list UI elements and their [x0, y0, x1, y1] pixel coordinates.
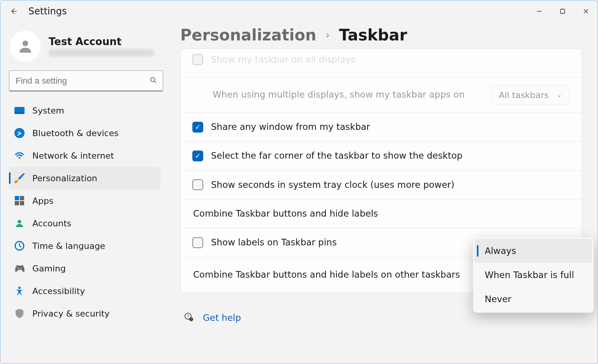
sidebar-item-label: Network & internet	[32, 151, 114, 161]
svg-text:?: ?	[190, 318, 192, 321]
svg-line-4	[155, 81, 156, 83]
svg-text:?: ?	[187, 314, 189, 319]
sidebar-item-label: Bluetooth & devices	[32, 128, 119, 138]
sidebar-item-label: Privacy & security	[32, 309, 110, 318]
popover-option-never[interactable]: Never	[475, 287, 592, 311]
sidebar-item-label: Gaming	[32, 264, 66, 273]
search-wrap	[9, 70, 163, 91]
account-name: Test Account	[49, 36, 154, 47]
sidebar-item-label: Time & language	[32, 241, 105, 251]
settings-window: Settings Test Account	[0, 0, 598, 364]
combine-dropdown-popover: Always When Taskbar is full Never	[473, 237, 594, 313]
account-email	[49, 49, 154, 57]
checkbox-checked[interactable]: ✓	[192, 150, 203, 161]
row-label: Share any window from my taskbar	[211, 121, 569, 133]
row-label: Select the far corner of the taskbar to …	[211, 149, 569, 162]
help-icon: ??	[184, 312, 193, 324]
popover-option-when-full[interactable]: When Taskbar is full	[475, 263, 592, 287]
row-label: Combine Taskbar buttons and hide labels …	[193, 268, 484, 281]
avatar	[10, 31, 41, 62]
row-label: Show seconds in system tray clock (uses …	[211, 178, 569, 191]
search-icon	[150, 77, 157, 85]
sidebar: Test Account System ≯ Bluetooth & device…	[0, 22, 168, 364]
row-share-window[interactable]: ✓ Share any window from my taskbar	[181, 112, 582, 141]
svg-point-6	[18, 220, 21, 224]
row-label: Combine Taskbar buttons and hide labels	[193, 207, 569, 220]
system-icon	[14, 105, 25, 116]
sidebar-item-system[interactable]: System	[9, 99, 161, 122]
row-far-corner[interactable]: ✓ Select the far corner of the taskbar t…	[181, 141, 582, 170]
account-block[interactable]: Test Account	[9, 31, 163, 70]
titlebar: Settings	[0, 0, 598, 22]
accessibility-icon	[14, 285, 25, 297]
row-combine-buttons: Combine Taskbar buttons and hide labels	[181, 199, 582, 228]
person-icon	[14, 217, 25, 229]
sidebar-item-personalization[interactable]: 🖌️ Personalization	[9, 167, 161, 189]
checkbox-unchecked[interactable]	[192, 179, 203, 190]
maximize-button[interactable]	[551, 4, 574, 19]
close-button[interactable]	[574, 4, 598, 19]
sidebar-item-gaming[interactable]: 🎮 Gaming	[9, 257, 161, 280]
chevron-right-icon: ›	[325, 29, 329, 41]
search-input[interactable]	[9, 70, 163, 91]
checkbox-unchecked[interactable]	[192, 237, 203, 248]
svg-point-5	[19, 157, 21, 159]
minimize-button[interactable]	[528, 4, 551, 19]
wifi-icon	[14, 150, 25, 161]
sidebar-item-label: Accessibility	[32, 286, 85, 296]
clock-icon	[14, 240, 25, 252]
sidebar-item-label: Personalization	[32, 173, 97, 183]
svg-point-3	[151, 77, 155, 82]
row-multi-displays: When using multiple displays, show my ta…	[181, 77, 582, 112]
sidebar-item-label: System	[32, 106, 64, 116]
window-title: Settings	[28, 6, 67, 17]
svg-point-8	[18, 287, 21, 289]
breadcrumb-current: Taskbar	[339, 26, 407, 44]
sidebar-item-accounts[interactable]: Accounts	[9, 212, 161, 234]
brush-icon: 🖌️	[14, 172, 25, 184]
sidebar-nav[interactable]: System ≯ Bluetooth & devices Network & i…	[9, 99, 163, 325]
chevron-down-icon: ⌄	[557, 92, 562, 98]
svg-rect-1	[561, 9, 565, 14]
svg-point-2	[23, 40, 28, 46]
row-label: When using multiple displays, show my ta…	[213, 88, 484, 101]
breadcrumb-parent[interactable]: Personalization	[180, 26, 316, 44]
row-cutoff: Show my taskbar on all displays	[181, 49, 582, 77]
shield-icon	[14, 308, 25, 319]
window-controls	[528, 4, 598, 19]
gamepad-icon: 🎮	[14, 262, 25, 274]
popover-option-always[interactable]: Always	[475, 239, 592, 263]
checkbox-disabled	[192, 54, 203, 65]
sidebar-item-network[interactable]: Network & internet	[9, 144, 161, 167]
get-help-link[interactable]: Get help	[203, 313, 241, 323]
sidebar-item-privacy[interactable]: Privacy & security	[9, 302, 161, 325]
dropdown-all-taskbars[interactable]: All taskbars ⌄	[491, 85, 569, 105]
apps-icon	[14, 195, 25, 206]
sidebar-item-label: Apps	[32, 196, 53, 206]
content-area: Personalization › Taskbar Show my taskba…	[168, 22, 598, 364]
back-button[interactable]	[6, 4, 21, 19]
sidebar-item-label: Accounts	[32, 219, 71, 228]
checkbox-checked[interactable]: ✓	[192, 122, 203, 133]
row-show-seconds[interactable]: Show seconds in system tray clock (uses …	[181, 170, 582, 199]
sidebar-item-accessibility[interactable]: Accessibility	[9, 280, 161, 302]
sidebar-item-bluetooth[interactable]: ≯ Bluetooth & devices	[9, 122, 161, 144]
bluetooth-icon: ≯	[14, 127, 25, 139]
dropdown-value: All taskbars	[499, 90, 549, 100]
sidebar-item-time[interactable]: Time & language	[9, 234, 161, 257]
breadcrumb: Personalization › Taskbar	[180, 26, 582, 44]
sidebar-item-apps[interactable]: Apps	[9, 189, 161, 212]
